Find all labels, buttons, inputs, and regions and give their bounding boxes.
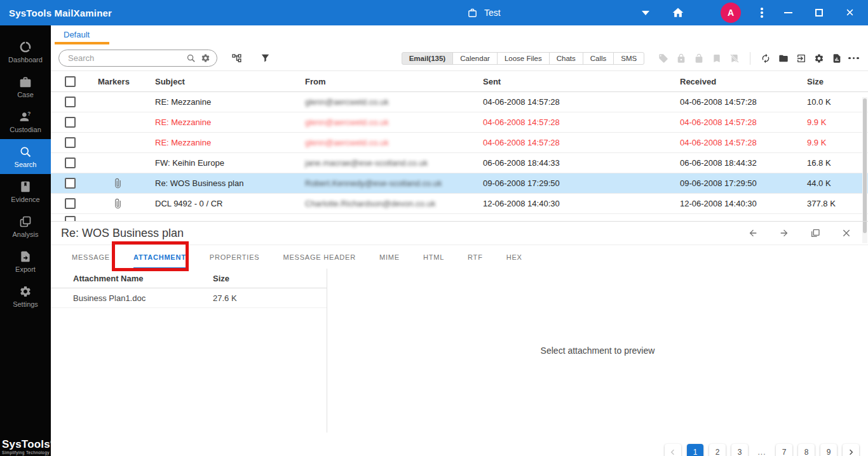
more-menu-icon[interactable] (756, 6, 768, 19)
column-header-attachment-size[interactable]: Size (213, 274, 327, 283)
refresh-icon[interactable] (761, 53, 771, 64)
column-header-attachment-name[interactable]: Attachment Name (73, 274, 213, 283)
sidebar-item-search[interactable]: Search (0, 139, 51, 174)
open-in-new-window-icon[interactable] (810, 228, 820, 238)
table-row[interactable]: RE: Mezzanine glenn@aercweld.co.uk 04-06… (51, 92, 868, 112)
avatar[interactable]: A (721, 3, 741, 23)
person-question-icon (19, 111, 32, 123)
folder-icon[interactable] (778, 53, 789, 64)
systools-logo: SysTools® Simplifying Technology (2, 438, 54, 455)
tab-calendar[interactable]: Calendar (452, 52, 498, 65)
row-checkbox[interactable] (65, 137, 76, 148)
sidebar-item-case[interactable]: Case (0, 69, 51, 104)
received-cell: 04-06-2008 14:57:28 (680, 97, 807, 107)
previous-page-button[interactable] (665, 444, 681, 456)
preview-titlebar: Re: WOS Business plan (51, 222, 868, 245)
column-header-subject[interactable]: Subject (155, 77, 305, 86)
sent-cell: 09-06-2008 17:29:50 (483, 178, 680, 188)
sidebar-item-export[interactable]: Export (0, 244, 51, 279)
sidebar-item-dashboard[interactable]: Dashboard (0, 34, 51, 69)
row-checkbox[interactable] (65, 158, 76, 168)
table-row[interactable]: RE: Mezzanine glenn@aercweld.co.uk 04-06… (51, 112, 868, 133)
sent-cell: 04-06-2008 14:57:28 (483, 117, 680, 127)
table-row[interactable]: RE: Mezzanine glenn@aercweld.co.uk 04-06… (51, 133, 868, 153)
next-email-icon[interactable] (779, 228, 789, 238)
export-icon[interactable] (796, 53, 806, 64)
page-button-8[interactable]: 8 (798, 444, 815, 456)
briefcase-icon (19, 76, 32, 88)
row-checkbox[interactable] (65, 198, 76, 209)
row-checkbox[interactable] (65, 97, 76, 107)
filter-icon[interactable] (260, 53, 271, 64)
column-header-markers[interactable]: Markers (80, 77, 155, 86)
column-header-from[interactable]: From (305, 77, 483, 86)
tab-loose-files[interactable]: Loose Files (497, 52, 550, 65)
tab-properties[interactable]: PROPERTIES (210, 245, 260, 269)
previous-email-icon[interactable] (748, 228, 758, 238)
bookmark-remove-icon[interactable] (729, 53, 740, 64)
column-header-sent[interactable]: Sent (483, 77, 680, 86)
table-row[interactable]: DCL 9492 - 0 / CR Charlotte.Richardson@d… (51, 194, 868, 214)
sidebar-item-settings[interactable]: Settings (0, 279, 51, 314)
row-checkbox[interactable] (65, 178, 76, 189)
scrollbar-thumb[interactable] (863, 98, 867, 233)
tab-chats[interactable]: Chats (549, 52, 583, 65)
report-file-icon[interactable] (832, 53, 842, 64)
tab-calls[interactable]: Calls (583, 52, 614, 65)
sidebar-item-label: Custodian (10, 126, 41, 133)
tab-default[interactable]: Default (64, 30, 90, 39)
row-checkbox[interactable] (65, 117, 76, 128)
from-cell-redacted: glenn@aercweld.co.uk (305, 138, 483, 147)
tab-hex[interactable]: HEX (506, 245, 522, 269)
sidebar-item-evidence[interactable]: Evidence (0, 174, 51, 209)
page-button-2[interactable]: 2 (709, 444, 726, 456)
unlock-icon[interactable] (694, 53, 704, 64)
home-icon[interactable] (672, 6, 684, 19)
settings-gear-icon[interactable] (814, 53, 824, 64)
column-header-received[interactable]: Received (680, 77, 807, 86)
table-row[interactable]: FW: Keihin Europe jane.macrae@ese-scotla… (51, 153, 868, 173)
ellipsis-icon[interactable] (848, 57, 859, 60)
avatar-initial: A (728, 8, 734, 18)
column-header-size[interactable]: Size (807, 77, 868, 86)
next-page-button[interactable] (843, 444, 859, 456)
page-button-9[interactable]: 9 (820, 444, 837, 456)
bookmark-icon[interactable] (712, 53, 722, 64)
main-content: Default Email(135) Calendar Loose Files … (51, 25, 868, 456)
search-icon[interactable] (186, 53, 196, 63)
hierarchy-view-icon[interactable] (231, 53, 242, 64)
close-window-button[interactable] (845, 8, 855, 17)
maximize-button[interactable] (815, 9, 823, 17)
row-checkbox[interactable] (65, 216, 76, 221)
select-all-checkbox[interactable] (65, 76, 76, 87)
search-input[interactable] (68, 53, 186, 63)
tab-email[interactable]: Email(135) (402, 52, 454, 65)
sidebar-item-custodian[interactable]: Custodian (0, 104, 51, 139)
page-ellipsis[interactable]: ... (754, 444, 770, 456)
from-cell-redacted: Charlotte.Richardson@devon.co.uk (305, 199, 483, 208)
tab-message[interactable]: MESSAGE (72, 245, 110, 269)
from-cell-redacted: jane.macrae@ese-scotland.co.uk (305, 158, 483, 168)
project-selector[interactable]: Test (467, 8, 501, 18)
search-icon (19, 145, 32, 158)
page-button-1[interactable]: 1 (687, 444, 703, 456)
tag-icon[interactable] (658, 53, 668, 64)
close-preview-icon[interactable] (841, 228, 851, 238)
project-name: Test (484, 8, 501, 18)
tab-message-header[interactable]: MESSAGE HEADER (283, 245, 356, 269)
chevron-down-icon[interactable] (642, 11, 649, 15)
lock-icon[interactable] (676, 53, 686, 64)
search-box[interactable] (58, 50, 217, 67)
tab-mime[interactable]: MIME (379, 245, 400, 269)
minimize-button[interactable] (784, 12, 792, 13)
page-button-3[interactable]: 3 (731, 444, 748, 456)
page-button-7[interactable]: 7 (776, 444, 792, 456)
search-settings-gear-icon[interactable] (201, 53, 210, 63)
sidebar-item-analysis[interactable]: Analysis (0, 209, 51, 244)
tab-sms[interactable]: SMS (613, 52, 644, 65)
tab-rtf[interactable]: RTF (468, 245, 483, 269)
table-row-selected[interactable]: Re: WOS Business plan Robert.Kennedy@ese… (51, 173, 868, 194)
attachment-row[interactable]: Business Plan1.doc 27.6 K (51, 288, 327, 308)
tab-html[interactable]: HTML (423, 245, 444, 269)
tab-attachment[interactable]: ATTACHMENT (133, 245, 186, 269)
